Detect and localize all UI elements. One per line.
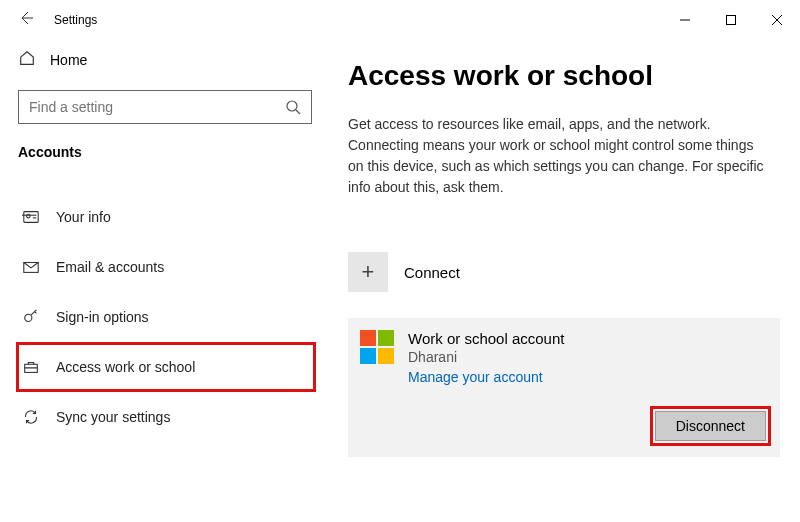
search-icon [285, 99, 301, 115]
page-description: Get access to resources like email, apps… [348, 114, 768, 198]
sidebar-item-label: Sign-in options [56, 309, 149, 325]
sidebar-item-signin-options[interactable]: Sign-in options [18, 294, 300, 340]
account-card[interactable]: Work or school account Dharani Manage yo… [348, 318, 780, 457]
key-icon [22, 308, 40, 326]
microsoft-logo-icon [360, 330, 394, 364]
sync-icon [22, 408, 40, 426]
mail-icon [22, 258, 40, 276]
sidebar-item-email-accounts[interactable]: Email & accounts [18, 244, 300, 290]
content-pane: Access work or school Get access to reso… [320, 40, 800, 522]
window-title: Settings [54, 13, 97, 27]
svg-line-5 [296, 110, 300, 114]
briefcase-icon [22, 358, 40, 376]
search-input[interactable] [18, 90, 312, 124]
disconnect-button[interactable]: Disconnect [655, 411, 766, 441]
sidebar-item-access-work-school[interactable]: Access work or school [18, 344, 314, 390]
close-button[interactable] [754, 4, 800, 36]
svg-rect-6 [24, 212, 38, 223]
home-button[interactable]: Home [18, 40, 300, 80]
sidebar-item-label: Sync your settings [56, 409, 170, 425]
svg-rect-1 [727, 16, 736, 25]
sidebar-item-label: Access work or school [56, 359, 195, 375]
person-card-icon [22, 208, 40, 226]
sidebar-item-label: Your info [56, 209, 111, 225]
titlebar: Settings [0, 0, 800, 40]
home-label: Home [50, 52, 87, 68]
search-field[interactable] [29, 99, 285, 115]
maximize-button[interactable] [708, 4, 754, 36]
minimize-button[interactable] [662, 4, 708, 36]
sidebar-item-label: Email & accounts [56, 259, 164, 275]
sidebar-item-sync-settings[interactable]: Sync your settings [18, 394, 300, 440]
page-title: Access work or school [348, 60, 780, 92]
connect-button[interactable]: + Connect [348, 250, 780, 294]
svg-point-11 [25, 314, 32, 321]
back-icon[interactable] [18, 10, 34, 30]
home-icon [18, 49, 36, 71]
connect-label: Connect [404, 264, 460, 281]
account-title: Work or school account [408, 330, 564, 347]
svg-point-4 [287, 101, 297, 111]
manage-account-link[interactable]: Manage your account [408, 369, 564, 385]
section-title: Accounts [18, 144, 300, 160]
account-subtitle: Dharani [408, 349, 564, 365]
plus-icon: + [348, 252, 388, 292]
sidebar: Home Accounts Your info Email & accounts… [0, 40, 320, 522]
sidebar-item-your-info[interactable]: Your info [18, 194, 300, 240]
